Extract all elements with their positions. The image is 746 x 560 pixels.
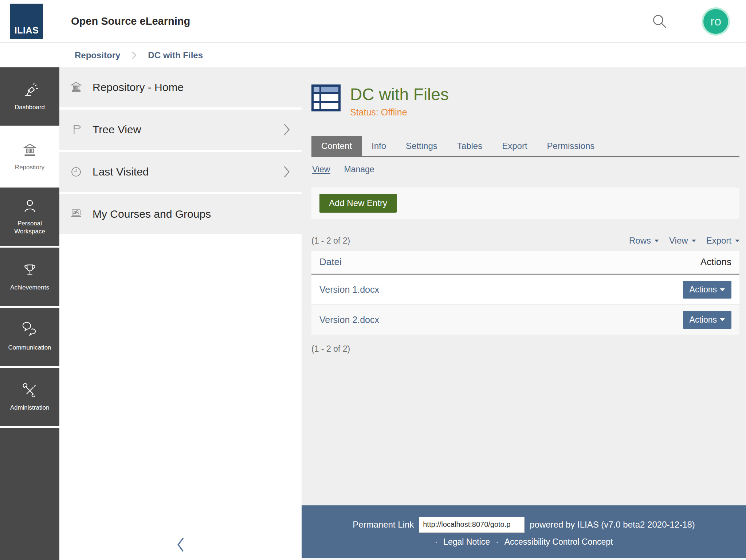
rail-item-label: Dashboard: [12, 103, 47, 111]
tab-bar: Content Info Settings Tables Export Perm…: [311, 136, 739, 157]
object-header: DC with Files Status: Offline: [311, 84, 739, 118]
column-header-actions: Actions: [700, 256, 731, 268]
table-header-row: Datei Actions: [311, 251, 739, 273]
breadcrumb-item-repository[interactable]: Repository: [75, 50, 120, 60]
chevron-right-icon: [283, 122, 291, 137]
panel-item-label: My Courses and Groups: [93, 208, 291, 220]
rail-item-administration[interactable]: Administration: [0, 368, 59, 426]
permalink-input[interactable]: [419, 517, 525, 533]
data-table: Datei Actions Version 1.docx Actions Ver…: [311, 251, 739, 335]
tab-settings[interactable]: Settings: [396, 136, 447, 156]
panel-item-repository-home[interactable]: Repository - Home: [59, 67, 302, 107]
caret-down-icon: [720, 318, 725, 321]
data-collection-table-icon: [311, 84, 341, 111]
caret-down-icon: [720, 288, 725, 291]
tab-info[interactable]: Info: [362, 136, 396, 156]
tab-tables[interactable]: Tables: [447, 136, 492, 156]
subtab-manage[interactable]: Manage: [344, 165, 374, 174]
rail-item-dashboard[interactable]: Dashboard: [0, 67, 59, 126]
rail-item-repository[interactable]: Repository: [0, 127, 59, 186]
person-icon: [21, 198, 38, 215]
tab-export[interactable]: Export: [492, 136, 537, 156]
crossed-tools-icon: [21, 382, 38, 399]
header-right: ro: [651, 0, 746, 43]
status-badge: Status: Offline: [350, 107, 449, 118]
rail-item-achievements[interactable]: Achievements: [0, 248, 59, 306]
page-title: DC with Files: [350, 84, 449, 104]
rail-item-label: Personal Workspace: [0, 220, 59, 235]
legal-notice-link[interactable]: Legal Notice: [443, 537, 490, 547]
accessibility-link[interactable]: Accessibility Control Concept: [504, 537, 613, 547]
panel-item-label: Last Visited: [93, 166, 283, 178]
panel-item-my-courses-and-groups[interactable]: My Courses and Groups: [59, 194, 302, 234]
main-content: DC with Files Status: Offline Content In…: [302, 67, 746, 560]
powered-by-text: powered by ILIAS (v7.0 beta2 2020-12-18): [530, 520, 695, 530]
table-row: Version 2.docx Actions: [311, 305, 739, 335]
breadcrumb-separator-icon: [131, 51, 137, 60]
permalink-label: Permanent Link: [353, 520, 414, 530]
subtab-bar: View Manage: [311, 165, 739, 174]
caret-down-icon: [655, 240, 659, 242]
panel-item-label: Tree View: [93, 123, 283, 136]
main-rail: Dashboard Repository Person: [0, 67, 59, 560]
rows-dropdown[interactable]: Rows: [629, 236, 659, 246]
footer: Permanent Link powered by ILIAS (v7.0 be…: [302, 505, 746, 558]
caret-down-icon: [735, 240, 739, 242]
bank-icon: [69, 80, 83, 94]
tab-permissions[interactable]: Permissions: [537, 136, 605, 156]
panel-item-tree-view[interactable]: Tree View: [59, 110, 302, 150]
app-title: Open Source eLearning: [71, 15, 190, 27]
actions-button[interactable]: Actions: [683, 281, 731, 299]
ilias-logo[interactable]: ILIAS: [10, 4, 43, 39]
result-count-bottom: (1 - 2 of 2): [311, 344, 739, 354]
side-panel: Repository - Home Tree View: [59, 67, 302, 560]
result-count: (1 - 2 of 2): [311, 236, 350, 246]
panel-collapse-button[interactable]: [59, 529, 302, 560]
caret-down-icon: [692, 240, 696, 242]
rail-item-label: Repository: [13, 163, 47, 171]
actions-button[interactable]: Actions: [683, 311, 731, 329]
rail-item-label: Achievements: [8, 284, 51, 291]
trophy-icon: [21, 262, 38, 279]
column-header-datei[interactable]: Datei: [319, 256, 342, 268]
signpost-icon: [69, 123, 83, 137]
screen: ILIAS Open Source eLearning ro Repositor…: [0, 0, 746, 560]
chat-bubbles-icon: [21, 322, 38, 339]
footer-separator: ·: [435, 537, 437, 547]
rail-item-label: Communication: [6, 344, 53, 351]
search-button[interactable]: [651, 12, 669, 31]
header: ILIAS Open Source eLearning ro: [0, 0, 746, 43]
breadcrumb-item-current[interactable]: DC with Files: [148, 50, 203, 60]
subtab-view[interactable]: View: [312, 165, 330, 174]
export-dropdown[interactable]: Export: [706, 236, 739, 246]
rail-item-personal-workspace[interactable]: Personal Workspace: [0, 188, 59, 246]
rail-filler: [0, 428, 59, 560]
rail-item-communication[interactable]: Communication: [0, 308, 59, 366]
footer-separator: ·: [496, 537, 499, 547]
panel-item-last-visited[interactable]: Last Visited: [59, 152, 302, 192]
bottom-strip: [302, 558, 746, 560]
add-entry-strip: Add New Entry: [311, 188, 739, 219]
search-icon: [651, 12, 669, 31]
view-dropdown[interactable]: View: [669, 236, 696, 246]
table-toolbar: (1 - 2 of 2) Rows View Export: [311, 236, 739, 246]
add-new-entry-button[interactable]: Add New Entry: [319, 194, 397, 213]
file-link[interactable]: Version 1.docx: [319, 284, 379, 295]
user-avatar[interactable]: ro: [702, 7, 730, 36]
dashboard-lamp-icon: [21, 82, 38, 99]
chevron-right-icon: [283, 164, 291, 180]
bank-icon: [21, 142, 38, 159]
file-link[interactable]: Version 2.docx: [319, 315, 379, 325]
screen-people-icon: [69, 207, 83, 221]
clock-icon: [69, 165, 83, 179]
rail-item-label: Administration: [8, 404, 52, 411]
tab-content[interactable]: Content: [311, 136, 362, 156]
panel-item-label: Repository - Home: [93, 81, 291, 94]
breadcrumb: Repository DC with Files: [0, 43, 746, 67]
chevron-left-icon: [176, 536, 186, 554]
table-row: Version 1.docx Actions: [311, 275, 739, 305]
